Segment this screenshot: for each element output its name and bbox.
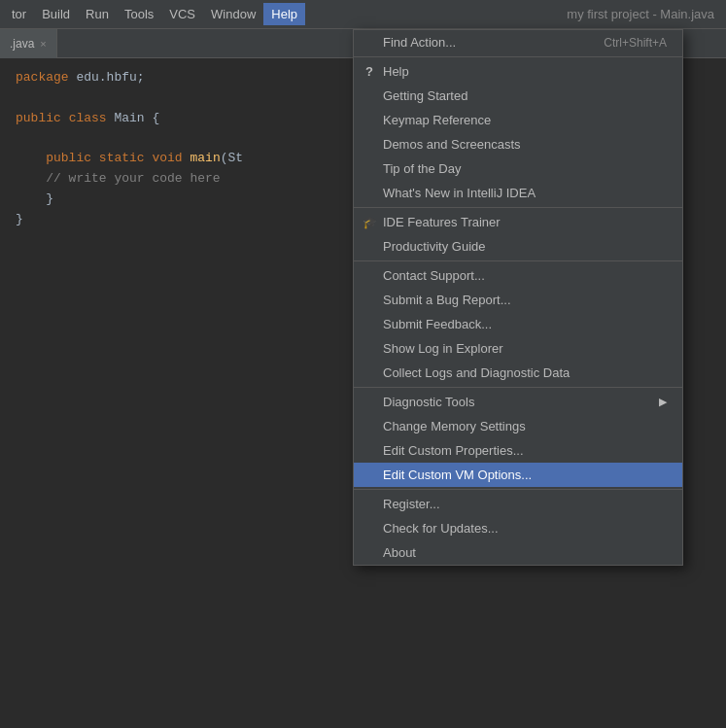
about-label: About — [383, 545, 416, 560]
separator-4 — [354, 387, 682, 388]
change-memory-settings-label: Change Memory Settings — [383, 419, 526, 433]
menu-item-productivity-guide[interactable]: Productivity Guide — [354, 234, 682, 259]
getting-started-label: Getting Started — [383, 88, 467, 103]
help-label: Help — [383, 64, 409, 79]
check-updates-label: Check for Updates... — [383, 521, 499, 536]
demos-screencasts-label: Demos and Screencasts — [383, 137, 521, 152]
tip-of-day-label: Tip of the Day — [383, 161, 461, 176]
menu-item-change-memory-settings[interactable]: Change Memory Settings — [354, 414, 682, 438]
menu-item-demos-screencasts[interactable]: Demos and Screencasts — [354, 132, 682, 156]
menubar-item-help[interactable]: Help — [263, 3, 305, 25]
diagnostic-tools-label: Diagnostic Tools — [383, 395, 474, 409]
menu-item-find-action[interactable]: Find Action... Ctrl+Shift+A — [354, 30, 682, 54]
submit-bug-report-label: Submit a Bug Report... — [383, 293, 511, 307]
find-action-label: Find Action... — [383, 35, 456, 50]
menubar-item-vcs[interactable]: VCS — [161, 3, 203, 25]
menu-item-keymap-reference[interactable]: Keymap Reference — [354, 108, 682, 132]
submenu-arrow-icon: ▶ — [659, 396, 667, 408]
menu-item-submit-feedback[interactable]: Submit Feedback... — [354, 312, 682, 336]
collect-logs-label: Collect Logs and Diagnostic Data — [383, 365, 570, 380]
menubar-item-tools[interactable]: Tools — [117, 3, 161, 25]
menu-item-about[interactable]: About — [354, 540, 682, 565]
question-icon: ? — [360, 64, 379, 79]
window-title: my first project - Main.java — [559, 3, 722, 25]
menubar-item-window[interactable]: Window — [203, 3, 263, 25]
keymap-reference-label: Keymap Reference — [383, 113, 491, 127]
menu-item-diagnostic-tools[interactable]: Diagnostic Tools ▶ — [354, 390, 682, 414]
tab-label: .java — [10, 37, 34, 51]
menu-item-check-updates[interactable]: Check for Updates... — [354, 516, 682, 540]
menu-item-ide-features-trainer[interactable]: 🎓 IDE Features Trainer — [354, 210, 682, 234]
menubar: tor Build Run Tools VCS Window Help my f… — [0, 0, 726, 29]
editor-tab[interactable]: .java × — [0, 29, 57, 58]
help-dropdown-menu: Find Action... Ctrl+Shift+A ? Help Getti… — [353, 29, 683, 566]
menu-item-edit-custom-vm-options[interactable]: Edit Custom VM Options... — [354, 463, 682, 487]
edit-custom-properties-label: Edit Custom Properties... — [383, 443, 524, 458]
ide-features-trainer-label: IDE Features Trainer — [383, 215, 501, 229]
find-action-shortcut: Ctrl+Shift+A — [604, 36, 667, 50]
menubar-item-tor[interactable]: tor — [4, 3, 34, 25]
separator-1 — [354, 56, 682, 57]
menu-item-collect-logs[interactable]: Collect Logs and Diagnostic Data — [354, 361, 682, 385]
menu-item-tip-of-day[interactable]: Tip of the Day — [354, 156, 682, 181]
menu-item-help[interactable]: ? Help — [354, 59, 682, 84]
menu-item-edit-custom-properties[interactable]: Edit Custom Properties... — [354, 438, 682, 463]
hat-icon: 🎓 — [360, 216, 379, 229]
menubar-item-build[interactable]: Build — [34, 3, 78, 25]
contact-support-label: Contact Support... — [383, 268, 485, 283]
close-tab-button[interactable]: × — [40, 38, 46, 50]
show-log-label: Show Log in Explorer — [383, 341, 503, 356]
submit-feedback-label: Submit Feedback... — [383, 317, 492, 331]
menu-item-register[interactable]: Register... — [354, 492, 682, 516]
menu-item-show-log[interactable]: Show Log in Explorer — [354, 336, 682, 361]
menu-item-submit-bug-report[interactable]: Submit a Bug Report... — [354, 288, 682, 312]
menu-item-getting-started[interactable]: Getting Started — [354, 84, 682, 108]
separator-2 — [354, 207, 682, 208]
menubar-item-run[interactable]: Run — [78, 3, 117, 25]
whats-new-label: What's New in IntelliJ IDEA — [383, 186, 536, 200]
productivity-guide-label: Productivity Guide — [383, 239, 486, 254]
menu-item-contact-support[interactable]: Contact Support... — [354, 263, 682, 288]
register-label: Register... — [383, 497, 440, 511]
edit-custom-vm-options-label: Edit Custom VM Options... — [383, 468, 532, 482]
menu-item-whats-new[interactable]: What's New in IntelliJ IDEA — [354, 181, 682, 205]
separator-5 — [354, 489, 682, 490]
separator-3 — [354, 260, 682, 261]
